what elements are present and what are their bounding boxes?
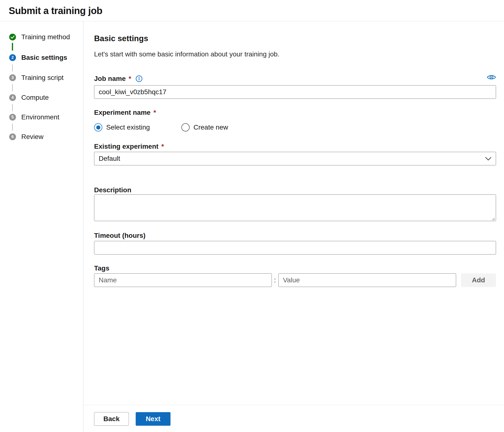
description-label: Description xyxy=(94,186,131,194)
tag-separator: : xyxy=(273,276,277,284)
sidebar-step-compute[interactable]: 4 Compute xyxy=(9,94,49,102)
experiment-name-label: Experiment name* xyxy=(94,108,156,117)
existing-experiment-label: Existing experiment* xyxy=(94,142,164,151)
step-number-badge: 6 xyxy=(9,133,16,140)
existing-experiment-dropdown[interactable]: Default xyxy=(94,152,496,165)
radio-unselected-icon xyxy=(181,123,189,131)
sidebar-step-training-script[interactable]: 3 Training script xyxy=(9,74,63,82)
checkmark-icon xyxy=(9,34,16,40)
step-number-badge: 2 xyxy=(9,54,16,61)
section-heading: Basic settings xyxy=(94,34,148,43)
step-connector xyxy=(12,84,13,91)
sidebar-step-environment[interactable]: 5 Environment xyxy=(9,113,59,121)
chevron-down-icon xyxy=(485,157,491,160)
step-number-badge: 5 xyxy=(9,114,16,121)
eye-preview-icon[interactable] xyxy=(487,74,496,80)
step-label: Training method xyxy=(21,33,70,41)
back-button[interactable]: Back xyxy=(94,412,129,426)
step-label: Training script xyxy=(21,74,63,82)
radio-select-existing[interactable]: Select existing xyxy=(94,123,150,131)
step-label: Compute xyxy=(21,94,49,102)
step-connector xyxy=(12,123,13,131)
tag-value-input[interactable] xyxy=(278,273,456,287)
required-asterisk: * xyxy=(129,75,131,83)
page-title: Submit a training job xyxy=(9,5,102,16)
step-number-badge: 3 xyxy=(9,74,16,81)
description-field-wrap xyxy=(94,194,496,222)
step-label: Environment xyxy=(21,113,59,121)
wizard-stepper: Training method 2 Basic settings 3 Train… xyxy=(0,22,83,432)
tags-label: Tags xyxy=(94,264,109,272)
experiment-radio-group: Select existing Create new xyxy=(83,123,504,131)
dropdown-selected-value: Default xyxy=(99,155,485,162)
description-textarea[interactable] xyxy=(94,194,496,221)
tag-name-input[interactable] xyxy=(94,273,272,287)
panel-header: Submit a training job xyxy=(0,0,504,21)
sidebar-step-training-method[interactable]: Training method xyxy=(9,33,70,41)
sidebar-step-review[interactable]: 6 Review xyxy=(9,133,44,141)
radio-selected-icon xyxy=(94,123,102,131)
required-asterisk: * xyxy=(161,143,164,150)
job-name-label: Job name* xyxy=(94,75,143,83)
step-number-badge: 4 xyxy=(9,94,16,101)
job-name-input[interactable] xyxy=(94,85,496,99)
timeout-label: Timeout (hours) xyxy=(94,232,146,240)
submit-training-job-panel: Submit a training job Training method 2 … xyxy=(0,0,504,432)
step-connector xyxy=(12,43,13,51)
footer-divider xyxy=(83,405,504,405)
step-connector xyxy=(12,64,13,71)
step-connector xyxy=(12,104,13,111)
sidebar-step-basic-settings[interactable]: 2 Basic settings xyxy=(9,54,67,62)
info-icon[interactable] xyxy=(136,75,143,82)
basic-settings-form: Basic settings Let's start with some bas… xyxy=(83,21,504,432)
section-intro: Let's start with some basic information … xyxy=(94,50,279,58)
required-asterisk: * xyxy=(153,109,156,116)
step-label: Review xyxy=(21,133,44,141)
timeout-input[interactable] xyxy=(94,241,496,254)
add-tag-button[interactable]: Add xyxy=(461,273,496,287)
step-label: Basic settings xyxy=(21,54,67,62)
radio-create-new[interactable]: Create new xyxy=(181,123,228,131)
next-button[interactable]: Next xyxy=(136,412,171,426)
